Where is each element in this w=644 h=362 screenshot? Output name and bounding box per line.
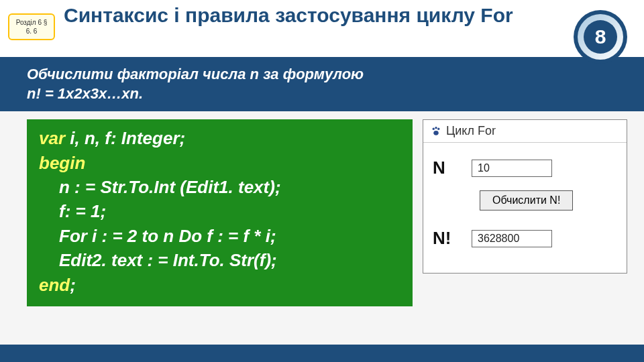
code-block: var i, n, f: Integer; begin n : = Str.To… [27, 119, 413, 306]
code-line-4: f: = 1; [39, 199, 400, 223]
input-n[interactable]: 10 [472, 160, 552, 177]
task-bar: Обчислити факторіал числа n за формулою … [0, 57, 644, 111]
svg-point-0 [433, 127, 435, 129]
chapter-line2: 6. 6 [9, 27, 54, 36]
header: Розділ 6 § 6. 6 Синтаксис і правила заст… [0, 0, 644, 57]
app-titlebar: Цикл For [423, 120, 627, 143]
app-body: N 10 Обчислити N! N! 3628800 [423, 143, 627, 273]
chapter-badge: Розділ 6 § 6. 6 [8, 13, 55, 40]
compute-button[interactable]: Обчислити N! [480, 190, 573, 210]
code-line-5: For i : = 2 to n Do f : = f * i; [39, 224, 400, 248]
code-line-1: var i, n, f: Integer; [39, 126, 400, 150]
label-nf: N! [433, 228, 460, 249]
code-line-3: n : = Str.To.Int (Edit1. text); [39, 175, 400, 199]
chapter-line1: Розділ 6 § [9, 18, 54, 27]
app-window: Цикл For N 10 Обчислити N! N! 3628800 [423, 119, 627, 274]
code-line-6: Edit2. text : = Int.To. Str(f); [39, 248, 400, 272]
svg-point-3 [433, 131, 439, 135]
svg-point-1 [435, 127, 437, 129]
footer-bar [0, 345, 644, 362]
slide-title: Синтаксис і правила застосування циклу F… [64, 3, 513, 27]
row-nf: N! 3628800 [433, 228, 617, 249]
output-nf: 3628800 [472, 230, 552, 247]
code-line-2: begin [39, 151, 400, 175]
code-line-7: end; [39, 273, 400, 297]
row-n: N 10 [433, 158, 617, 178]
label-n: N [433, 158, 460, 178]
paw-icon [430, 125, 442, 137]
grade-number: 8 [584, 20, 617, 54]
grade-badge: 8 [574, 10, 627, 64]
task-line2: n! = 1x2x3x…xn. [27, 84, 617, 104]
svg-point-2 [437, 127, 439, 129]
app-title-text: Цикл For [446, 124, 496, 138]
content-area: var i, n, f: Integer; begin n : = Str.To… [0, 111, 644, 306]
task-line1: Обчислити факторіал числа n за формулою [27, 65, 617, 84]
